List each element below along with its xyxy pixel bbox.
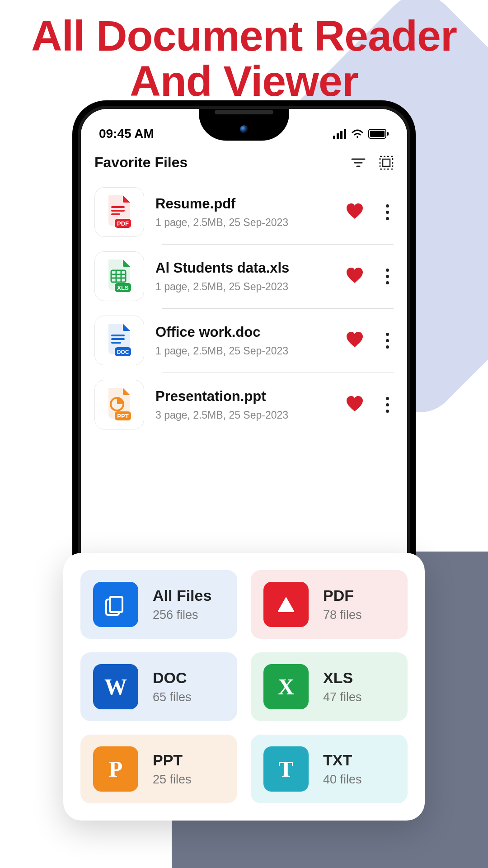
tile-title: XLS bbox=[323, 669, 362, 687]
all-files-icon bbox=[93, 582, 138, 627]
tile-count: 256 files bbox=[153, 608, 211, 622]
file-item[interactable]: Al Students data.xls 1 page, 2.5MB, 25 S… bbox=[88, 244, 400, 308]
xls-icon: X bbox=[263, 664, 309, 709]
file-meta: 1 page, 2.5MB, 25 Sep-2023 bbox=[155, 217, 335, 229]
svg-rect-23 bbox=[344, 129, 346, 139]
tile-count: 78 files bbox=[323, 608, 362, 622]
page-title: Favorite Files bbox=[94, 154, 188, 171]
status-icons bbox=[333, 129, 389, 139]
tile-title: PDF bbox=[323, 587, 362, 604]
file-meta: 1 page, 2.5MB, 25 Sep-2023 bbox=[155, 345, 335, 357]
category-xls[interactable]: X XLS 47 files bbox=[251, 652, 408, 721]
filter-icon[interactable] bbox=[351, 157, 366, 168]
doc-icon: W bbox=[93, 664, 138, 709]
svg-rect-30 bbox=[383, 159, 390, 166]
svg-rect-26 bbox=[387, 132, 389, 136]
file-name: Office work.doc bbox=[155, 324, 335, 340]
favorite-button[interactable] bbox=[346, 203, 363, 221]
file-meta: 1 page, 2.5MB, 25 Sep-2023 bbox=[155, 281, 335, 293]
pdf-file-icon bbox=[94, 187, 144, 237]
more-options-button[interactable] bbox=[381, 328, 394, 353]
tile-count: 47 files bbox=[323, 690, 362, 704]
file-name: Presentation.ppt bbox=[155, 388, 335, 405]
file-item[interactable]: Presentation.ppt 3 page, 2.5MB, 25 Sep-2… bbox=[88, 373, 400, 437]
file-item[interactable]: Office work.doc 1 page, 2.5MB, 25 Sep-20… bbox=[88, 308, 400, 373]
tile-title: DOC bbox=[153, 669, 192, 687]
doc-file-icon bbox=[94, 316, 144, 365]
ppt-file-icon bbox=[94, 380, 144, 429]
tile-count: 25 files bbox=[153, 773, 192, 787]
tile-count: 65 files bbox=[153, 690, 192, 704]
xls-file-icon bbox=[94, 251, 144, 301]
select-all-icon[interactable] bbox=[379, 156, 394, 170]
file-name: Resume.pdf bbox=[155, 196, 335, 212]
category-all-files[interactable]: All Files 256 files bbox=[80, 570, 237, 639]
file-item[interactable]: Resume.pdf 1 page, 2.5MB, 25 Sep-2023 bbox=[88, 180, 400, 244]
more-options-button[interactable] bbox=[381, 264, 394, 289]
tile-title: All Files bbox=[153, 587, 211, 604]
svg-rect-22 bbox=[340, 131, 343, 139]
favorite-button[interactable] bbox=[346, 396, 363, 413]
tile-count: 40 files bbox=[323, 773, 362, 787]
status-time: 09:45 AM bbox=[99, 127, 154, 141]
svg-rect-25 bbox=[370, 131, 385, 137]
svg-rect-20 bbox=[333, 136, 335, 139]
battery-icon bbox=[368, 129, 389, 139]
txt-icon: T bbox=[263, 746, 309, 792]
category-pdf[interactable]: PDF 78 files bbox=[251, 570, 408, 639]
category-txt[interactable]: T TXT 40 files bbox=[251, 735, 408, 803]
category-ppt[interactable]: P PPT 25 files bbox=[80, 735, 237, 803]
wifi-icon bbox=[351, 129, 364, 139]
favorite-button[interactable] bbox=[346, 332, 363, 349]
tile-title: PPT bbox=[153, 751, 192, 769]
file-name: Al Students data.xls bbox=[155, 260, 335, 276]
category-grid: All Files 256 files PDF 78 files W DOC 6… bbox=[63, 553, 425, 821]
file-list: Resume.pdf 1 page, 2.5MB, 25 Sep-2023 bbox=[81, 175, 407, 437]
signal-icon bbox=[333, 129, 347, 139]
file-meta: 3 page, 2.5MB, 25 Sep-2023 bbox=[155, 409, 335, 421]
tile-title: TXT bbox=[323, 751, 362, 769]
favorite-button[interactable] bbox=[346, 268, 363, 285]
category-doc[interactable]: W DOC 65 files bbox=[80, 652, 237, 721]
svg-rect-31 bbox=[380, 156, 393, 169]
ppt-icon: P bbox=[93, 746, 138, 792]
pdf-icon bbox=[263, 582, 309, 627]
more-options-button[interactable] bbox=[381, 200, 394, 225]
svg-rect-21 bbox=[337, 133, 339, 139]
promo-title: All Document Reader And Viewer bbox=[0, 0, 488, 104]
more-options-button[interactable] bbox=[381, 392, 394, 417]
